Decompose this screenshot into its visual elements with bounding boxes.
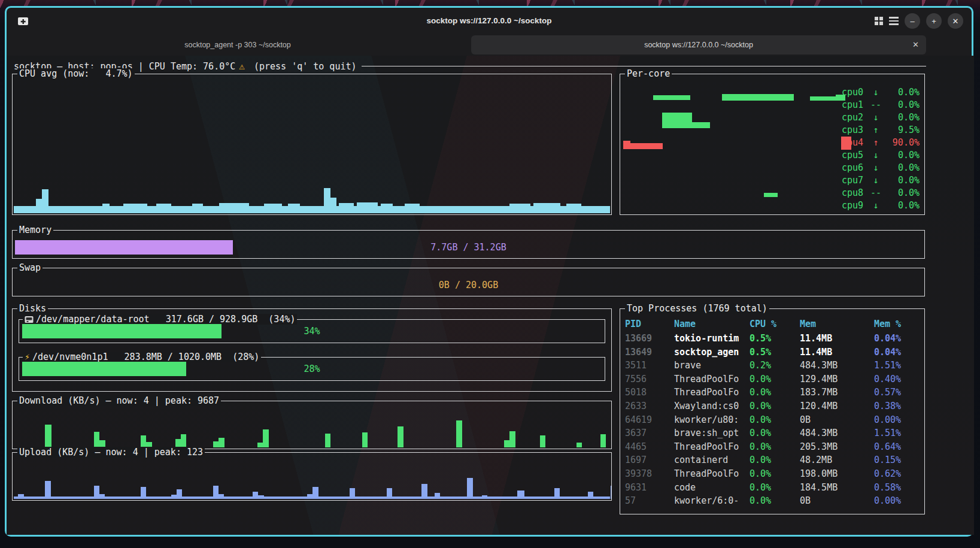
terminal-content: socktop — host: pop-os | CPU Temp: 76.0°… — [7, 56, 974, 535]
core-spark-bar — [764, 193, 778, 197]
core-row: cpu5↓0.0% — [842, 149, 920, 162]
spark-bar — [156, 204, 171, 213]
process-row: 13669tokio-runtim0.5%11.4MB0.04% — [620, 332, 924, 346]
download-sparkline — [13, 401, 611, 449]
spark-bar — [171, 495, 177, 499]
memory-usage-label: 7.7GB / 31.2GB — [13, 240, 924, 255]
upload-panel: Upload (KB/s) — now: 4 | peak: 123 — [12, 452, 612, 501]
spark-bar — [398, 426, 403, 447]
per-core-readouts: cpu0↓0.0%cpu1--0.0%cpu2↓0.0%cpu3↑9.5%cpu… — [842, 86, 920, 212]
bolt-icon: ⚡ — [25, 352, 30, 362]
core-row: cpu4↑90.0% — [842, 137, 920, 149]
disk-icon — [25, 316, 34, 323]
spark-bar — [435, 493, 440, 499]
spark-bar — [588, 492, 593, 499]
spark-bar — [509, 204, 530, 213]
spark-bar — [533, 203, 560, 213]
close-button[interactable]: ✕ — [948, 13, 963, 29]
spark-bar — [141, 487, 146, 499]
swap-usage-label: 0B / 20.0GB — [13, 278, 924, 292]
spark-bar — [123, 204, 147, 213]
memory-title: Memory — [17, 225, 53, 235]
core-spark-bar — [662, 113, 692, 128]
col-mem-pct: Mem % — [874, 317, 924, 331]
cpu-avg-panel: CPU avg (now: 4.7%) — [12, 74, 612, 215]
core-spark-bar — [692, 122, 710, 128]
spark-bar — [258, 495, 264, 499]
process-row: 57kworker/6:0-0.0%0B0.00% — [620, 494, 924, 508]
disk-nvme-label: /dev/nvme0n1p1 283.8MB / 1020.0MB (28%) — [32, 352, 259, 362]
warning-icon: ⚠ — [235, 60, 248, 72]
process-row: 2633Xwayland:cs00.0%120.4MB0.38% — [620, 399, 924, 413]
disk-data-root-panel: /dev/mapper/data-root 317.6GB / 928.9GB … — [19, 319, 605, 343]
spark-bar — [381, 204, 393, 213]
spark-bar — [219, 438, 224, 447]
process-table-header: PID Name CPU % Mem Mem % — [620, 317, 924, 331]
quit-hint-text: (press 'q' to quit) — [248, 61, 357, 72]
spark-bar — [350, 488, 355, 499]
process-row: 3637brave:sh_opt0.0%484.3MB1.51% — [620, 426, 924, 440]
window-title: socktop ws://127.0.0.0 ~/socktop — [7, 8, 972, 34]
process-row: 64619kworker/u80:0.0%0B0.00% — [620, 413, 924, 427]
spark-bar — [36, 199, 42, 213]
spark-bar — [141, 435, 146, 447]
spark-bar — [253, 492, 258, 499]
col-name: Name — [674, 317, 750, 331]
spark-bar — [18, 494, 24, 499]
spark-bar — [554, 488, 560, 499]
tab-grid-icon[interactable] — [875, 17, 883, 25]
process-row: 3511brave0.2%484.3MB1.51% — [620, 359, 924, 373]
spark-bar — [421, 484, 427, 499]
process-row: 39378ThreadPoolFo0.0%198.0MB0.62% — [620, 467, 924, 481]
core-row: cpu1--0.0% — [842, 99, 920, 111]
process-table-rows: 13669tokio-runtim0.5%11.4MB0.04%13649soc… — [620, 332, 924, 508]
disk-data-root-percent: 34% — [19, 324, 605, 338]
spark-bar — [257, 443, 263, 447]
core-row: cpu6↓0.0% — [842, 162, 920, 174]
menu-icon[interactable] — [889, 17, 899, 25]
disk-nvme-percent: 28% — [19, 362, 605, 376]
spark-bar — [307, 494, 312, 499]
spark-bar — [482, 495, 487, 499]
core-row: cpu9↓0.0% — [842, 199, 920, 212]
top-processes-panel: Top Processes (1769 total) PID Name CPU … — [620, 308, 925, 514]
per-core-panel: Per-core cpu0↓0.0%cpu1--0.0%cpu2↓0.0%cpu… — [620, 74, 925, 215]
tab-socktop-agent[interactable]: socktop_agent -p 303 ~/socktop — [7, 34, 469, 56]
col-pid: PID — [625, 317, 674, 331]
swap-panel: Swap 0B / 20.0GB — [12, 268, 925, 296]
spark-bar — [509, 431, 515, 447]
spark-bar — [45, 425, 51, 447]
swap-title: Swap — [17, 262, 43, 273]
tab-close-icon[interactable]: ✕ — [912, 35, 919, 55]
maximize-button[interactable]: + — [926, 13, 942, 29]
core-row: cpu7↓0.0% — [842, 174, 920, 187]
spark-bar — [264, 204, 282, 213]
minimize-button[interactable]: – — [905, 13, 920, 29]
upload-sparkline — [13, 453, 611, 500]
core-spark-bar — [623, 141, 630, 149]
process-row: 7556ThreadPoolFo0.0%129.4MB0.40% — [620, 373, 924, 386]
spark-bar — [219, 494, 224, 499]
spark-bar — [312, 487, 318, 499]
core-row: cpu3↑9.5% — [842, 124, 920, 137]
spark-bar — [219, 203, 249, 213]
tab-socktop-active[interactable]: socktop ws://127.0.0.0 ~/socktop ✕ — [471, 35, 926, 55]
spark-bar — [263, 429, 269, 447]
spark-bar — [324, 188, 330, 213]
spark-bar — [181, 434, 186, 447]
status-header: socktop — host: pop-os | CPU Temp: 76.0°… — [14, 60, 926, 72]
cpu-avg-sparkline — [13, 74, 611, 214]
process-row: 5018ThreadPoolFo0.0%183.7MB0.57% — [620, 386, 924, 399]
col-mem: Mem — [800, 317, 874, 331]
process-row: 1697containerd0.0%48.2MB0.15% — [620, 453, 924, 467]
spark-bar — [45, 481, 51, 499]
process-row: 9631code0.0%184.5MB0.58% — [620, 481, 924, 495]
process-row: 13649socktop_agen0.5%11.4MB0.04% — [620, 346, 924, 359]
disk-nvme-panel: ⚡ /dev/nvme0n1p1 283.8MB / 1020.0MB (28%… — [19, 357, 605, 381]
spark-bar — [456, 420, 462, 447]
spark-bar — [517, 491, 524, 499]
spark-bar — [611, 486, 611, 499]
titlebar: socktop ws://127.0.0.0 ~/socktop – + ✕ — [7, 8, 972, 34]
spark-bar — [288, 204, 300, 213]
spark-bar — [94, 432, 99, 447]
